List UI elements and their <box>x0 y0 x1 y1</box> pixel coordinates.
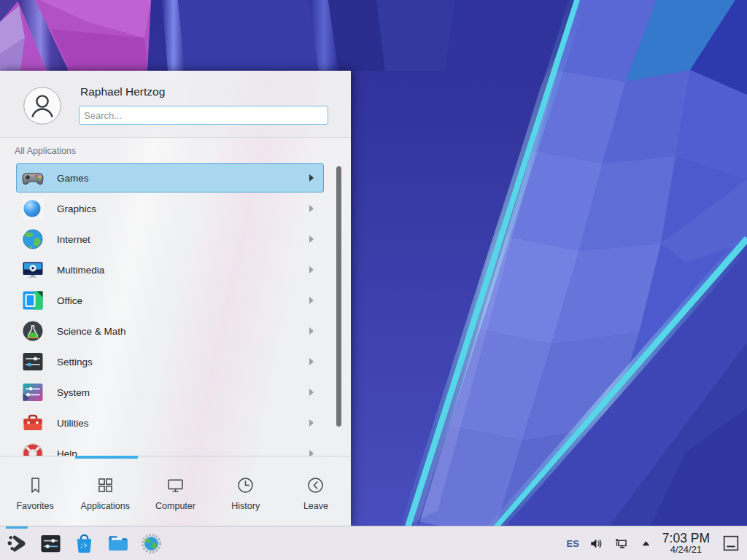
category-label: System <box>57 387 90 398</box>
category-utilities[interactable]: Utilities <box>16 408 324 438</box>
tab-favorites[interactable]: Favorites <box>0 456 70 526</box>
digital-clock[interactable]: 7:03 PM 4/24/21 <box>662 532 710 555</box>
submenu-arrow-icon <box>309 174 314 182</box>
kde-launcher-icon <box>6 532 28 555</box>
web-browser-button[interactable] <box>134 526 168 560</box>
submenu-arrow-icon <box>309 204 314 213</box>
caret-up-icon[interactable] <box>638 536 654 551</box>
taskbar-panel: ES 7:03 PM 4/24/21 <box>0 526 747 560</box>
submenu-arrow-icon <box>309 327 314 335</box>
category-internet[interactable]: Internet <box>16 225 324 254</box>
application-launcher-button[interactable] <box>0 526 34 560</box>
tab-label: History <box>231 501 260 511</box>
gamepad-icon <box>21 166 44 190</box>
multimedia-icon <box>21 258 44 281</box>
office-icon <box>21 289 44 312</box>
active-task-indicator <box>6 526 28 529</box>
active-tab-indicator <box>75 456 138 459</box>
category-office[interactable]: Office <box>16 286 324 315</box>
file-manager-icon <box>107 532 129 555</box>
category-multimedia[interactable]: Multimedia <box>16 255 324 284</box>
submenu-arrow-icon <box>309 388 314 397</box>
tab-computer[interactable]: Computer <box>140 456 210 526</box>
settings-icon <box>21 350 44 373</box>
tab-applications[interactable]: Applications <box>70 456 140 526</box>
tab-label: Computer <box>155 501 196 511</box>
file-manager-button[interactable] <box>101 526 134 560</box>
system-settings-button[interactable] <box>34 526 67 560</box>
user-avatar-icon[interactable] <box>23 87 61 125</box>
application-launcher-menu: Raphael Hertzog All Applications GamesGr… <box>0 71 351 526</box>
category-label: Games <box>57 173 89 184</box>
launcher-footer-tabs: FavoritesApplicationsComputerHistoryLeav… <box>0 456 351 526</box>
bookmark-icon <box>25 475 46 496</box>
section-label: All Applications <box>15 146 76 156</box>
clock-date: 4/24/21 <box>662 545 710 555</box>
submenu-arrow-icon <box>309 296 314 305</box>
category-graphics[interactable]: Graphics <box>16 194 324 223</box>
tab-history[interactable]: History <box>211 456 281 526</box>
help-icon <box>21 442 44 456</box>
leave-icon <box>305 475 326 496</box>
category-list: GamesGraphicsInternetMultimediaOfficeSci… <box>0 162 351 456</box>
globe-icon <box>21 228 44 251</box>
category-label: Office <box>57 295 82 306</box>
clock-time: 7:03 PM <box>662 532 710 545</box>
tab-label: Leave <box>303 501 328 511</box>
graphics-ball-icon <box>21 197 44 220</box>
category-label: Multimedia <box>57 265 104 276</box>
wallpaper-facets-top-strip <box>162 0 577 71</box>
wallpaper-facets-magenta <box>0 0 151 71</box>
system-icon <box>21 381 44 404</box>
category-games[interactable]: Games <box>16 163 324 192</box>
user-name: Raphael Hertzog <box>80 85 165 98</box>
history-clock-icon <box>235 475 256 496</box>
computer-icon <box>165 475 186 496</box>
category-label: Graphics <box>57 203 96 214</box>
submenu-arrow-icon <box>309 357 314 366</box>
tab-label: Favorites <box>16 501 53 511</box>
submenu-arrow-icon <box>309 265 314 274</box>
show-desktop-button[interactable] <box>721 534 740 553</box>
discover-icon <box>73 532 96 555</box>
network-icon[interactable] <box>614 536 629 551</box>
volume-icon[interactable] <box>589 536 604 551</box>
system-tray: ES <box>566 536 653 551</box>
tab-label: Applications <box>81 501 130 511</box>
utilities-icon <box>21 411 44 435</box>
science-icon <box>21 319 44 343</box>
discover-button[interactable] <box>67 526 101 560</box>
keyboard-layout-indicator[interactable]: ES <box>566 538 578 549</box>
category-science-math[interactable]: Science & Math <box>16 316 324 346</box>
category-label: Utilities <box>57 418 89 429</box>
search-input[interactable] <box>79 106 328 125</box>
category-settings[interactable]: Settings <box>16 347 324 376</box>
category-help[interactable]: Help <box>16 439 324 456</box>
submenu-arrow-icon <box>309 419 314 427</box>
launcher-header: Raphael Hertzog <box>0 71 351 138</box>
applications-grid-icon <box>95 475 116 496</box>
category-label: Internet <box>57 234 90 245</box>
category-label: Science & Math <box>57 326 126 337</box>
category-system[interactable]: System <box>16 378 324 407</box>
show-desktop-icon <box>721 534 740 553</box>
web-browser-icon <box>140 532 163 555</box>
tab-leave[interactable]: Leave <box>281 456 351 526</box>
category-label: Settings <box>57 357 93 368</box>
scrollbar-thumb[interactable] <box>336 166 341 427</box>
submenu-arrow-icon <box>309 235 314 244</box>
system-settings-icon <box>39 532 62 555</box>
submenu-arrow-icon <box>309 449 314 456</box>
category-label: Help <box>57 448 77 456</box>
